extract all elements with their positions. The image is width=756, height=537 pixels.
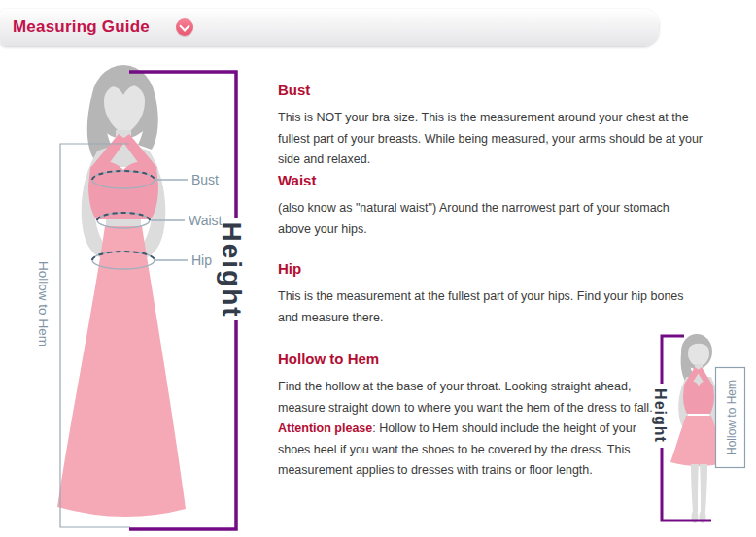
hip-section-body: This is the measurement at the fullest p… — [278, 286, 705, 328]
page-title: Measuring Guide — [13, 17, 150, 37]
height-label-small: Height — [652, 388, 669, 443]
measuring-guide-header[interactable]: Measuring Guide — [0, 9, 659, 46]
bust-section-body: This is NOT your bra size. This is the m… — [278, 108, 705, 171]
hollow-body-before: Find the hollow at the base of your thro… — [278, 380, 653, 415]
measuring-guide-page: Measuring Guide — [0, 0, 756, 537]
attention-label: Attention please — [278, 421, 372, 435]
bust-section-heading: Bust — [278, 82, 310, 98]
bust-label: Bust — [191, 172, 219, 187]
measuring-diagram-large: Bust Waist Hip Hollow to Hem Height — [29, 58, 262, 537]
waist-section-heading: Waist — [278, 172, 316, 188]
hip-label: Hip — [191, 252, 212, 268]
hollow-section-body: Find the hollow at the base of your thro… — [278, 377, 659, 482]
hip-section-heading: Hip — [278, 260, 301, 277]
mannequin-figure — [57, 65, 186, 517]
hollow-to-hem-label-small: Hollow to Hem — [725, 380, 739, 455]
hollow-to-hem-label: Hollow to Hem — [36, 261, 51, 347]
measuring-diagram-small: Height Hollow to Hem — [641, 325, 753, 537]
chevron-down-icon[interactable] — [176, 18, 193, 36]
height-label: Height — [217, 221, 247, 318]
waist-section-body: (also know as "natural waist") Around th… — [278, 198, 705, 240]
hollow-section-heading: Hollow to Hem — [278, 351, 379, 367]
chevron-glyph — [179, 20, 189, 31]
